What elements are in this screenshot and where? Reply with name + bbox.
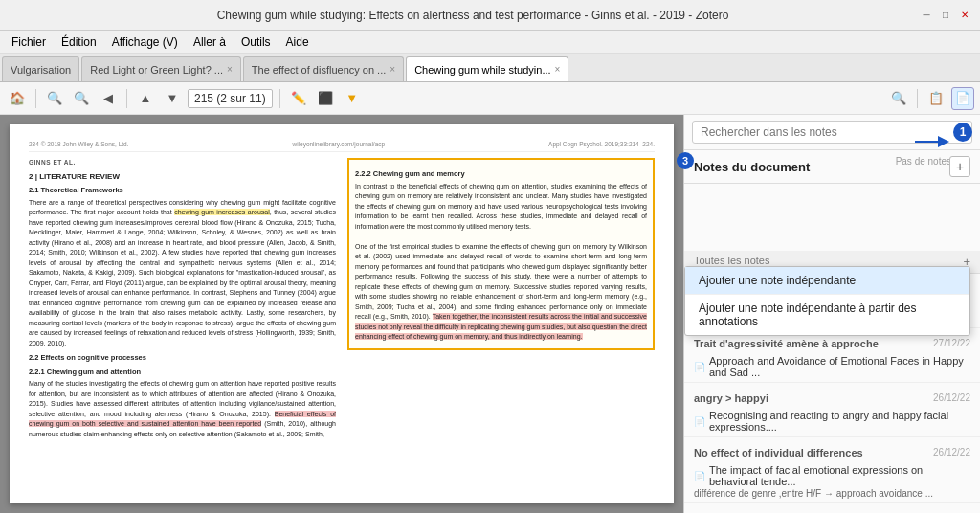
minimize-button[interactable]: ─ (919, 8, 934, 23)
note-item-4[interactable]: 📄 The impact of facial emotional express… (684, 460, 980, 503)
tab-bar: Vulgarisation Red Light or Green Light? … (0, 54, 980, 82)
note-item-2[interactable]: 📄 Approach and Avoidance of Emotional Fa… (684, 351, 980, 383)
menu-affichage[interactable]: Affichage (V) (104, 33, 186, 51)
pdf-authors: GINNS ET AL. (29, 158, 336, 167)
pdf-area: 234 © 2018 John Wiley & Sons, Ltd. wiley… (0, 115, 683, 513)
annotate-button[interactable]: ✏️ (287, 87, 310, 110)
search-button[interactable]: 🔍 (887, 87, 910, 110)
note-excerpt-4: différence de genre ,entre H/F → approac… (694, 488, 970, 499)
note-title-3: 📄 Recognising and reacting to angry and … (694, 410, 970, 433)
note-group-date-2: 27/12/22 (933, 338, 970, 348)
right-sidebar: Notes du document 3 Pas de notes + Ajout… (683, 115, 980, 513)
highlight-arousal: chewing gum increases arousal (174, 209, 270, 215)
pdf-subsection-cognitive: 2.2 Effects on cognitive processes (29, 353, 336, 364)
menu-aide[interactable]: Aide (278, 33, 317, 51)
pdf-text-memory: In contrast to the beneficial effects of… (355, 182, 647, 343)
note-icon-2: 📄 (694, 362, 705, 372)
note-group-header-3: angry > happyi 26/12/22 (684, 387, 980, 406)
pdf-section-lit-review: 2 | LITERATURE REVIEW (29, 171, 336, 182)
document-notes-title: Notes du document (694, 160, 810, 174)
menu-outils[interactable]: Outils (234, 33, 278, 51)
note-group-header-4: No effect of individual differences 26/1… (684, 441, 980, 460)
prev-page-button[interactable]: ▲ (134, 87, 157, 110)
pdf-subsection-memory: 2.2.2 Chewing gum and memory (355, 169, 647, 180)
notes-view-button[interactable]: 📄 (951, 87, 974, 110)
tab-chewinggum[interactable]: Chewing gum while studyin... × (406, 56, 568, 81)
pdf-subsection-attention: 2.2.1 Chewing gum and attention (29, 368, 336, 378)
window-title: Chewing gum while studying: Effects on a… (27, 9, 919, 22)
zoom-out-button[interactable]: 🔍 (43, 87, 66, 110)
nav-home-button[interactable]: 🏠 (6, 87, 29, 110)
note-icon-4: 📄 (694, 471, 705, 481)
pdf-header: 234 © 2018 John Wiley & Sons, Ltd. wiley… (29, 140, 655, 152)
dropdown-add-independent-note[interactable]: Ajouter une note indépendante (685, 267, 969, 295)
toolbar-sep-1 (35, 89, 36, 108)
highlight-beneficial: Beneficial effects of chewing gum on bot… (29, 411, 336, 428)
toolbar-sep-2 (126, 89, 127, 108)
callout-3: 3 (677, 152, 694, 169)
pdf-header-right: Appl Cogn Psychol. 2019;33:214–224. (548, 140, 655, 148)
note-title-2: 📄 Approach and Avoidance of Emotional Fa… (694, 355, 970, 378)
menu-aller[interactable]: Aller à (186, 33, 234, 51)
note-icon-3: 📄 (694, 416, 705, 427)
menu-bar: Fichier Édition Affichage (V) Aller à Ou… (0, 31, 980, 54)
tab-close-redlight[interactable]: × (227, 64, 233, 75)
nav-back-button[interactable]: ◀ (97, 87, 120, 110)
tab-label-vulgarisation: Vulgarisation (11, 64, 71, 76)
annotated-section-box: 2.2.2 Chewing gum and memory In contrast… (347, 158, 655, 350)
tab-label-chewinggum: Chewing gum while studyin... (414, 64, 550, 76)
pdf-text-attention: Many of the studies investigating the ef… (29, 379, 336, 439)
notes-panel-button[interactable]: 📋 (924, 87, 947, 110)
note-group-date-3: 26/12/22 (933, 392, 970, 403)
view-mode-button[interactable]: ⬛ (314, 87, 337, 110)
note-title-4: 📄 The impact of facial emotional express… (694, 464, 970, 487)
callout-1: 1 (953, 123, 972, 142)
dropdown-menu: Ajouter une note indépendante Ajouter un… (684, 266, 970, 336)
add-document-note-button[interactable]: + (949, 156, 970, 177)
pdf-subsection-theoretical: 2.1 Theoretical Frameworks (29, 186, 336, 196)
main-area: 234 © 2018 John Wiley & Sons, Ltd. wiley… (0, 115, 980, 513)
pdf-header-center: wileyonlinelibrary.com/journal/acp (292, 140, 385, 148)
zoom-in-button[interactable]: 🔍 (70, 87, 93, 110)
close-button[interactable]: ✕ (957, 8, 972, 23)
highlight-button[interactable]: ▼ (341, 87, 364, 110)
document-notes-header: Notes du document 3 Pas de notes + (684, 150, 980, 184)
toolbar: 🏠 🔍 🔍 ◀ ▲ ▼ 215 (2 sur 11) ✏️ ⬛ ▼ 🔍 📋 📄 (0, 82, 980, 115)
maximize-button[interactable]: □ (938, 8, 953, 23)
note-group-header-5: Visages 26/12/22 (684, 507, 980, 513)
tab-close-chewinggum[interactable]: × (555, 64, 561, 75)
highlight-inconsistent: Taken together, the inconsistent results… (355, 313, 647, 340)
menu-edition[interactable]: Édition (54, 33, 104, 51)
next-page-button[interactable]: ▼ (161, 87, 184, 110)
menu-fichier[interactable]: Fichier (4, 33, 54, 51)
toolbar-sep-3 (279, 89, 280, 108)
tab-label-redlight: Red Light or Green Light? ... (90, 64, 223, 76)
tab-vulgarisation[interactable]: Vulgarisation (2, 56, 79, 81)
callout-1-arrow (915, 132, 953, 151)
window-controls: ─ □ ✕ (919, 8, 972, 23)
document-notes-empty-label: Pas de notes (896, 156, 951, 167)
note-group-date-4: 26/12/22 (933, 447, 970, 457)
dropdown-add-note-from-annotations[interactable]: Ajouter une note indépendante à partir d… (685, 295, 969, 335)
pdf-page: 234 © 2018 John Wiley & Sons, Ltd. wiley… (10, 124, 674, 503)
tab-close-disfluency[interactable]: × (390, 64, 395, 75)
title-bar: Chewing gum while studying: Effects on a… (0, 0, 980, 31)
tab-label-disfluency: The effect of disfluency on ... (252, 64, 386, 76)
tab-disfluency[interactable]: The effect of disfluency on ... × (243, 56, 404, 81)
tab-redlight[interactable]: Red Light or Green Light? ... × (81, 56, 241, 81)
toolbar-sep-4 (917, 89, 918, 108)
page-indicator[interactable]: 215 (2 sur 11) (188, 89, 273, 108)
note-item-3[interactable]: 📄 Recognising and reacting to angry and … (684, 406, 980, 437)
pdf-header-left: 234 © 2018 John Wiley & Sons, Ltd. (29, 140, 129, 148)
pdf-text-theoretical: There are a range of theoretical perspec… (29, 198, 336, 349)
